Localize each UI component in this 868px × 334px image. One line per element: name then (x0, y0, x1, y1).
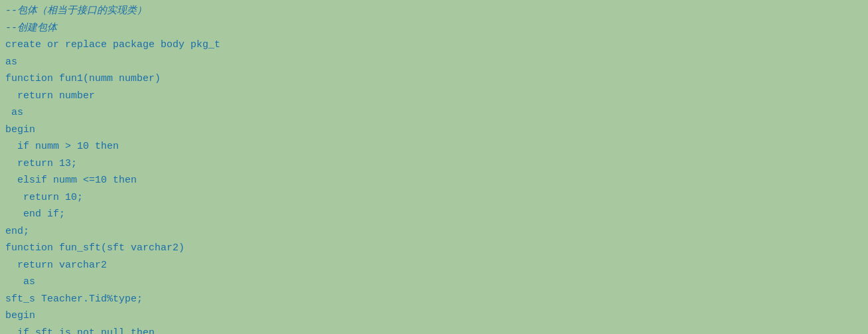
comment-line-1: --包体（相当于接口的实现类） (5, 3, 863, 20)
code-line-1: create or replace package body pkg_t (5, 37, 863, 54)
code-line-7: if numm > 10 then (5, 138, 863, 155)
code-line-16: sft_s Teacher.Tid%type; (5, 291, 863, 308)
code-line-4: return number (5, 88, 863, 105)
code-line-9: elsif numm <=10 then (5, 172, 863, 189)
code-line-15: as (5, 274, 863, 291)
code-line-14: return varchar2 (5, 257, 863, 274)
code-line-2: as (5, 54, 863, 71)
code-line-18: if sft is not null then (5, 325, 863, 335)
comment-line-2: --创建包体 (5, 20, 863, 37)
code-editor: --包体（相当于接口的实现类） --创建包体 create or replace… (0, 0, 868, 334)
code-line-10: return 10; (5, 189, 863, 207)
code-line-17: begin (5, 307, 863, 325)
code-line-12: end; (5, 223, 863, 240)
code-line-5: as (5, 104, 863, 122)
code-line-6: begin (5, 122, 863, 139)
code-line-3: function fun1(numm number) (5, 70, 863, 88)
code-line-8: return 13; (5, 155, 863, 173)
code-line-11: end if; (5, 206, 863, 223)
code-line-13: function fun_sft(sft varchar2) (5, 240, 863, 257)
